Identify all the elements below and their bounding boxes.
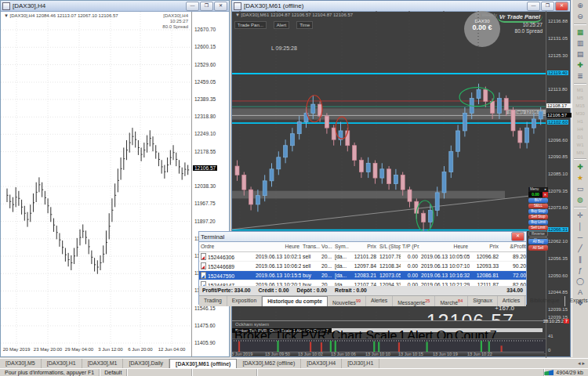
favorites-icon[interactable]: ★ (574, 172, 587, 183)
cell: 72.00 (500, 271, 528, 280)
status-profile[interactable]: Default (100, 369, 127, 376)
chart-candles-icon[interactable]: ▤ (574, 49, 587, 60)
right-time-axis[interactable]: 13 Jun 201913 Jun 09:5013 Jun 10:0213 Ju… (232, 352, 546, 358)
timeframe-w1[interactable]: W1 (574, 141, 587, 149)
chart-tab--dax30-h1[interactable]: [DAX30],H1 (42, 359, 82, 368)
all-sell-button[interactable]: All Sell (528, 245, 548, 251)
zoom-out-icon[interactable]: ⊖ (574, 11, 587, 22)
new-order-icon[interactable]: ✚ (574, 161, 587, 172)
timeframe-m15[interactable]: M15 (574, 102, 587, 110)
chart-tab--dax30-m62-offline-[interactable]: [DAX30],M62 (offline) (237, 359, 301, 368)
reverse-button[interactable]: Reverse (528, 231, 548, 237)
web-terminal-icon[interactable]: ◍ (574, 194, 587, 205)
connection-status: 4904/29 kb (544, 370, 588, 375)
terminal-tab-messagerie[interactable]: Messagerie25 (393, 296, 435, 306)
chart-bars-icon[interactable]: ▥ (574, 38, 587, 49)
column-header[interactable]: Prix (470, 242, 500, 251)
horizontal-line-icon[interactable]: ─ (574, 232, 587, 243)
terminal-close-button[interactable]: ✕ (511, 232, 524, 241)
close-button[interactable]: ✕ (555, 2, 568, 11)
terminal-window[interactable]: Terminal ✕ OrdreHeureTrans...Vo...Sym...… (198, 231, 527, 305)
left-window-title: [DAX30],H4 (13, 2, 45, 9)
terminal-tab-experts[interactable]: Experts (565, 296, 588, 306)
sell-button[interactable]: SELL (528, 204, 548, 208)
chart-tab--dax30-daily[interactable]: [DAX30],Daily (123, 359, 169, 368)
time-tick: 13 Jun 10:15 (398, 352, 423, 356)
column-header[interactable]: S/L (Stop... (378, 242, 401, 251)
chart-window-dax30-h4[interactable]: [DAX30],H4 — ❐ ✕ ▼ [DAX30],H4 12084.46 1… (0, 0, 230, 357)
chart-tab-bar: [DAX30],M5[DAX30],H1[DAX30],M1[DAX30],Da… (0, 358, 588, 368)
price-tick: 12102.60 (547, 120, 568, 125)
chart-window-icon[interactable]: ▭ (574, 183, 587, 194)
column-header[interactable]: Sym... (333, 242, 349, 251)
terminal-tab-articles[interactable]: Articles (498, 296, 525, 306)
sell-limit-button[interactable]: Sell Limit (528, 226, 548, 230)
chart-tab--dax30-m1[interactable]: [DAX30],M1 (82, 359, 124, 368)
tile-windows-icon[interactable]: ▦ (574, 27, 587, 38)
timeframe-h4[interactable]: H4 (574, 125, 587, 133)
terminal-tab-alertes[interactable]: Alertes (366, 296, 393, 306)
chart-icon (2, 2, 10, 10)
column-header[interactable]: Prix (349, 242, 378, 251)
buy-button[interactable]: BUY (528, 198, 548, 203)
terminal-tab-signaux[interactable]: Signaux (468, 296, 498, 306)
buy-limit-button[interactable]: Buy Limit (528, 220, 548, 225)
minimize-button[interactable]: — (186, 2, 199, 11)
equidistant-channel-icon[interactable]: ∥ (574, 254, 587, 265)
crosshair-icon[interactable]: ✛ (574, 210, 587, 221)
timeframe-m1[interactable]: M1 (574, 86, 587, 94)
left-window-titlebar[interactable]: [DAX30],H4 — ❐ ✕ (1, 1, 229, 12)
buy-stop-button[interactable]: Buy Stop (528, 209, 548, 214)
trend-line-icon[interactable]: ╱ (574, 243, 587, 254)
chart-tab--dax30-m61-offline-[interactable]: [DAX30],M61 (offline) (169, 359, 237, 368)
terminal-tab-historique-du-compte[interactable]: Historique du compte (262, 296, 328, 306)
terminal-tab-exposition[interactable]: Exposition (227, 296, 262, 306)
cell: 12096.82 (470, 252, 500, 261)
column-header[interactable]: T/P (Pr... (401, 242, 419, 251)
all-buy-button[interactable]: All Buy (528, 239, 548, 244)
timeframe-m30[interactable]: M30 (574, 110, 587, 118)
zoom-in-icon[interactable]: ⊕ (574, 0, 587, 11)
new-chart-icon[interactable]: ✚ (574, 60, 587, 70)
history-row[interactable]: 1524463062019.06.13 10:02:11sell20...[da… (199, 252, 526, 262)
terminal-tab-bibliotheque[interactable]: Bibliotheque (525, 296, 564, 306)
column-header[interactable]: Trans... (301, 242, 320, 251)
vertical-line-icon[interactable]: │ (574, 221, 587, 232)
history-row[interactable]: 1524466892019.06.13 10:06:25sell20...[da… (199, 262, 526, 271)
tab-scroll-arrows[interactable]: ◂ ▸ (575, 359, 588, 368)
close-button[interactable]: ✕ (214, 2, 227, 11)
timeframe-mn[interactable]: MN (574, 149, 587, 157)
left-time-axis[interactable]: 20 May 201923 May 20:0029 May 04:003 Jun… (1, 345, 191, 355)
account-history-table[interactable]: OrdreHeureTrans...Vo...Sym...PrixS/L (St… (199, 242, 526, 290)
chart-tab--dax30-h4[interactable]: [DAX30],H4 (301, 359, 342, 368)
timeframe-m5[interactable]: M5 (574, 94, 587, 102)
terminal-tab-nouvelles[interactable]: Nouvelles99 (328, 296, 366, 306)
maximize-button[interactable]: ❐ (200, 2, 213, 11)
terminal-titlebar[interactable]: Terminal ✕ (199, 232, 526, 242)
fibonacci-icon[interactable]: ƒ (574, 265, 587, 276)
column-header[interactable]: Heure (419, 242, 470, 251)
column-header[interactable]: Heure (254, 242, 301, 251)
timeframe-d1[interactable]: D1 (574, 133, 587, 141)
menu-close-icon[interactable]: ✕ (543, 192, 548, 197)
terminal-tab-trading[interactable]: Trading (199, 296, 227, 306)
chart-tab--dax30-m5[interactable]: [DAX30],M5 (0, 359, 42, 368)
column-header[interactable]: &Profit (500, 242, 528, 251)
left-chart-plot[interactable]: ▼ [DAX30],H4 12084.46 12113.07 12067.10 … (1, 12, 191, 346)
column-header[interactable]: Vo... (320, 242, 333, 251)
timeframe-h1[interactable]: H1 (574, 118, 587, 125)
mt4-workspace: [DAX30],H4 — ❐ ✕ ▼ [DAX30],H4 12084.46 1… (0, 0, 588, 376)
history-row[interactable]: 1524475902019.06.13 10:15:50buy20...[da.… (199, 271, 526, 280)
price-tick: 12039.15 (548, 307, 568, 312)
restore-button[interactable]: ❐ (541, 2, 554, 11)
cell: 2019.06.13 10:15:50 (254, 271, 301, 280)
indicators-list-icon[interactable]: ≣ (574, 70, 587, 81)
sell-stop-button[interactable]: Sell Stop (528, 215, 548, 219)
right-window-titlebar[interactable]: [DAX30],M61 (offline) — ❐ ✕ (232, 1, 570, 12)
column-header[interactable]: Ordre (199, 242, 254, 251)
chart-tab--dji30-h1[interactable]: [DJI30],H1 (342, 359, 379, 368)
cell: [da... (333, 262, 349, 270)
terminal-tab-marché[interactable]: Marché84 (435, 296, 468, 306)
minimize-button[interactable]: — (527, 2, 540, 11)
ellipse-tool-icon[interactable]: ◯ (574, 276, 587, 287)
